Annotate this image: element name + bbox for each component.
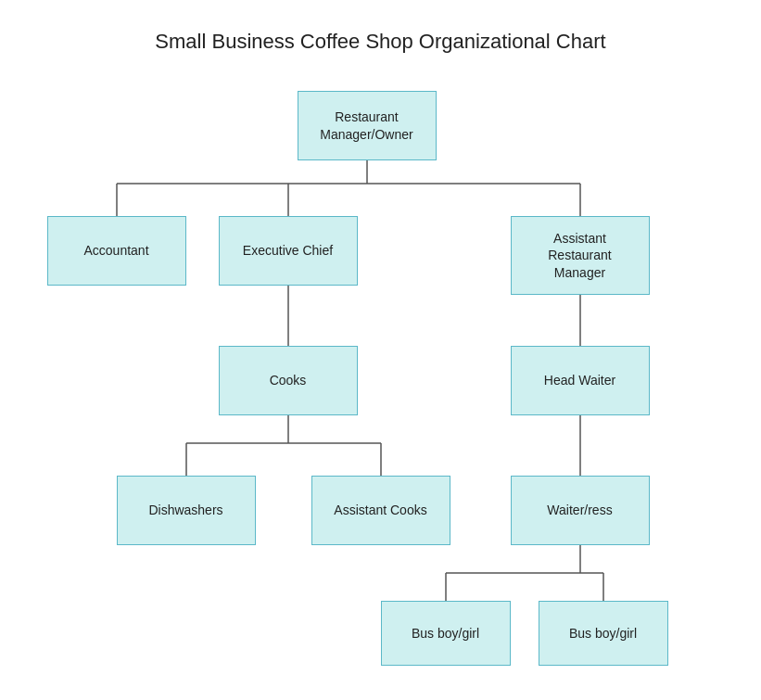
node-exec-chief: Executive Chief	[219, 216, 358, 286]
node-waiter-ress: Waiter/ress	[511, 476, 650, 545]
node-manager: RestaurantManager/Owner	[298, 91, 437, 160]
node-asst-manager: AssistantRestaurantManager	[511, 216, 650, 295]
page-title: Small Business Coffee Shop Organizationa…	[155, 30, 605, 54]
node-dishwashers: Dishwashers	[117, 476, 256, 545]
node-head-waiter: Head Waiter	[511, 346, 650, 415]
node-bus-boy-2: Bus boy/girl	[539, 601, 668, 666]
org-chart: RestaurantManager/Owner Accountant Execu…	[19, 72, 742, 675]
node-cooks: Cooks	[219, 346, 358, 415]
node-asst-cooks: Assistant Cooks	[311, 476, 450, 545]
node-accountant: Accountant	[47, 216, 186, 286]
node-bus-boy-1: Bus boy/girl	[381, 601, 511, 666]
